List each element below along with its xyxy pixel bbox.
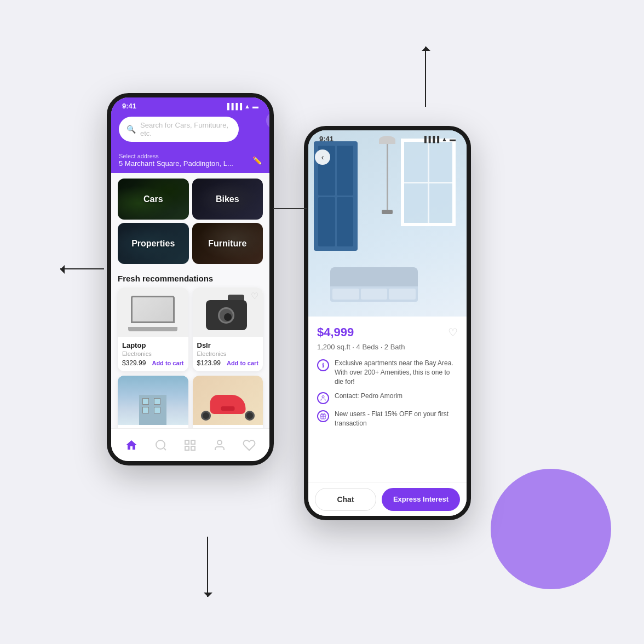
promo-row: New users - Flat 15% OFF on your first t… [317, 410, 458, 428]
category-bikes[interactable]: Bikes [192, 179, 263, 220]
product-category-dslr: Electronics [197, 350, 259, 357]
category-cars-label: Cars [143, 194, 163, 204]
product-name-dslr: Dslr [197, 341, 259, 349]
search-placeholder-text: Search for Cars, Furnituure, etc. [140, 121, 231, 137]
address-value: 5 Marchant Square, Paddington, L... [119, 159, 233, 168]
property-promo: New users - Flat 15% OFF on your first t… [335, 410, 458, 428]
product-category-laptop: Electronics [122, 350, 184, 357]
phone2: 9:41 ▐▐▐▐ ▲ ▬ [304, 126, 471, 520]
wishlist-button[interactable]: ♡ [448, 326, 458, 339]
description-row: ℹ Exclusive apartments near the Bay Area… [317, 359, 458, 386]
add-to-cart-dslr[interactable]: Add to cart [227, 360, 258, 366]
category-cars[interactable]: Cars [118, 179, 189, 220]
svg-rect-2 [191, 440, 195, 444]
nav-categories[interactable] [183, 439, 197, 452]
info-circle-icon: ℹ [317, 359, 329, 371]
product-image-4bhk: ♡ [118, 376, 188, 425]
nav-profile[interactable] [213, 439, 226, 452]
cart-button[interactable]: 🛒 1 [266, 112, 274, 129]
arrow-left-decoration [60, 268, 104, 269]
phone1-bottom-nav [111, 428, 269, 461]
product-price-laptop: $329.99 [122, 359, 146, 367]
wishlist-icon-dslr[interactable]: ♡ [251, 291, 258, 301]
product-card-dslr[interactable]: ♡ Dslr Electronics [193, 288, 263, 371]
room-sofa [330, 267, 418, 300]
property-description: Exclusive apartments near the Bay Area. … [335, 359, 458, 386]
property-hero-image: ‹ [308, 130, 467, 317]
search-icon: 🔍 [127, 125, 136, 134]
wifi-icon: ▲ [244, 103, 250, 110]
phone2-actions: Chat Express Interest [308, 482, 467, 516]
svg-point-5 [217, 440, 222, 445]
category-furniture-label: Furniture [208, 239, 246, 249]
wifi-icon-2: ▲ [441, 136, 447, 142]
edit-address-icon[interactable]: ✏️ [252, 156, 262, 165]
phone1-time: 9:41 [122, 102, 136, 110]
back-button[interactable]: ‹ [315, 150, 330, 165]
contact-icon [317, 392, 329, 404]
svg-rect-3 [185, 446, 189, 450]
product-image-laptop [118, 288, 188, 337]
property-info: $4,999 ♡ 1,200 sq.ft · 4 Beds · 2 Bath ℹ… [308, 317, 467, 440]
recommendations-section: Fresh recommendations Laptop Electronics [111, 269, 269, 453]
express-interest-button[interactable]: Express Interest [382, 488, 460, 511]
express-interest-label: Express Interest [393, 495, 449, 503]
chat-button[interactable]: Chat [315, 488, 376, 511]
svg-rect-4 [191, 446, 195, 450]
property-price: $4,999 [317, 325, 354, 340]
nav-search[interactable] [154, 439, 168, 452]
category-furniture[interactable]: Furniture [192, 223, 263, 264]
phone2-status-bar: 9:41 ▐▐▐▐ ▲ ▬ [308, 130, 467, 145]
signal-icon: ▐▐▐▐ [225, 103, 242, 110]
property-specs: 1,200 sq.ft · 4 Beds · 2 Bath [317, 343, 458, 351]
contact-row: Contact: Pedro Amorim [317, 392, 458, 404]
phone2-status-icons: ▐▐▐▐ ▲ ▬ [422, 136, 456, 142]
phone1-search-area: 🔍 Search for Cars, Furnituure, etc. 🛒 1 [111, 112, 269, 150]
property-contact: Contact: Pedro Amorim [335, 392, 403, 401]
products-grid: Laptop Electronics $329.99 Add to cart ♡ [118, 288, 263, 451]
room-window [401, 139, 456, 226]
arrow-up-decoration [425, 47, 426, 107]
search-bar[interactable]: 🔍 Search for Cars, Furnituure, etc. [119, 117, 239, 142]
connection-line [273, 208, 307, 209]
nav-home[interactable] [125, 439, 138, 452]
phone1-status-icons: ▐▐▐▐ ▲ ▬ [225, 103, 258, 110]
phone1: 9:41 ▐▐▐▐ ▲ ▬ 🔍 Search for Cars, Furnitu… [107, 93, 274, 465]
category-properties[interactable]: Properties [118, 223, 189, 264]
promo-icon [317, 410, 329, 422]
product-price-dslr: $123.99 [197, 359, 221, 367]
signal-icon-2: ▐▐▐▐ [422, 136, 439, 142]
category-grid: Cars Bikes Properties Furniture [111, 173, 269, 269]
product-image-dslr: ♡ [193, 288, 263, 337]
purple-circle-decoration [491, 469, 611, 589]
svg-point-0 [156, 440, 165, 449]
nav-wishlist[interactable] [243, 439, 256, 452]
address-label: Select address [119, 153, 233, 159]
category-bikes-label: Bikes [216, 194, 239, 204]
category-properties-label: Properties [131, 239, 175, 249]
product-name-laptop: Laptop [122, 341, 184, 349]
add-to-cart-laptop[interactable]: Add to cart [152, 360, 183, 366]
chat-label: Chat [337, 495, 354, 504]
product-card-laptop[interactable]: Laptop Electronics $329.99 Add to cart [118, 288, 188, 371]
address-area: Select address 5 Marchant Square, Paddin… [111, 150, 269, 173]
room-lamp [379, 136, 395, 214]
phone1-status-bar: 9:41 ▐▐▐▐ ▲ ▬ [111, 97, 269, 112]
info-rows: ℹ Exclusive apartments near the Bay Area… [317, 359, 458, 428]
svg-rect-1 [185, 440, 189, 444]
recommendations-title: Fresh recommendations [118, 274, 263, 283]
svg-point-6 [322, 396, 324, 398]
phone2-time: 9:41 [319, 135, 334, 143]
battery-icon-2: ▬ [450, 136, 456, 142]
arrow-down-decoration [207, 537, 208, 597]
battery-icon: ▬ [252, 103, 258, 110]
product-image-scooter: ♡ [193, 376, 263, 425]
